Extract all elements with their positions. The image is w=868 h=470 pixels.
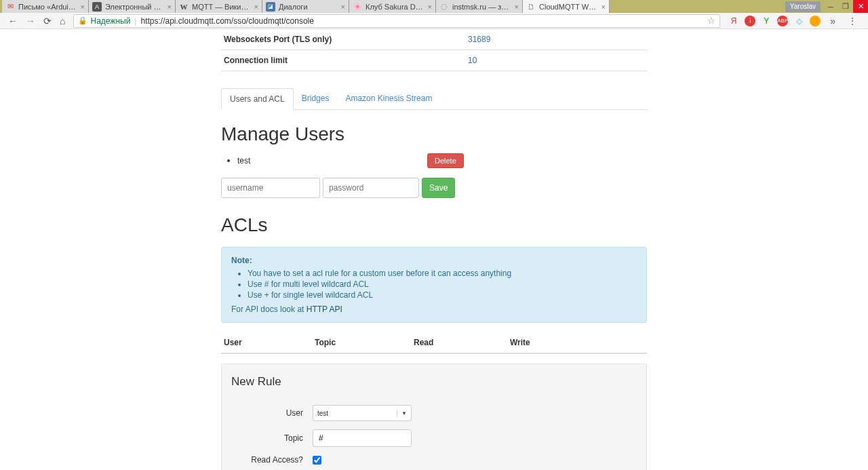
tab-close-icon[interactable]: × [254,3,258,11]
form-row-user: User test [231,405,637,421]
mail-icon: ✉ [5,2,15,12]
user-badge[interactable]: Yaroslav [785,1,821,12]
note-item: You have to set a acl rule for a custom … [248,268,637,279]
tab-close-icon[interactable]: × [428,3,432,11]
note-item: Use # for multi level wildcard ACL [248,279,637,290]
topic-input[interactable] [313,429,412,447]
page-icon: 🗋 [526,2,536,12]
new-rule-heading: New Rule [231,375,637,389]
form-row-topic: Topic [231,429,637,447]
col-write: Write [507,332,647,353]
instance-info-table: Websockets Port (TLS only) 31689 Connect… [221,29,647,71]
tab-title: instmsk.ru — загрузка с [452,3,512,11]
browser-titlebar: ✉ Письмо «Arduino.ru :: н × A Электронны… [0,0,868,13]
extension-icon[interactable]: Y [761,16,772,26]
close-button[interactable]: ✕ [853,0,868,13]
read-access-label: Read Access? [231,455,313,465]
form-row-read: Read Access? [231,455,637,465]
overflow-icon[interactable]: » [826,16,840,26]
reload-button[interactable]: ⟳ [39,16,56,26]
col-read: Read [411,332,507,353]
adblock-icon[interactable]: ABP [777,16,788,26]
address-bar: ← → ⟳ ⌂ 🔒 Надежный | https://api.cloudmq… [0,13,868,29]
user-name: test [237,156,427,165]
wiki-icon: W [179,2,189,12]
col-topic: Topic [312,332,411,353]
forward-button[interactable]: → [22,16,39,26]
tab-bridges[interactable]: Bridges [294,88,338,110]
note-label: Note: [231,256,252,265]
info-value: 10 [465,50,647,71]
yandex-icon[interactable]: Я [728,16,739,26]
tab-close-icon[interactable]: × [515,3,519,11]
loading-icon: ◌ [439,2,449,12]
url-text: https://api.cloudmqtt.com/sso/cloudmqtt/… [140,16,313,26]
maximize-button[interactable]: ❐ [838,0,853,13]
tab-kinesis[interactable]: Amazon Kinesis Stream [337,88,440,110]
acl-note-alert: Note: You have to set a acl rule for a c… [221,247,647,323]
tab-1[interactable]: ✉ Письмо «Arduino.ru :: н × [2,0,89,13]
menu-button[interactable]: ⋮ [845,16,860,26]
delete-button[interactable]: Delete [427,153,464,168]
secure-label: Надежный [90,16,130,26]
window-controls: Yaroslav ─ ❐ ✕ [785,0,868,13]
sakura-icon: 🌸 [353,2,362,12]
topic-label: Topic [231,433,313,443]
password-input[interactable] [323,178,419,198]
extension-icons: Я i Y ABP ◇ » ⋮ [724,16,864,26]
tab-close-icon[interactable]: × [167,3,172,11]
save-user-button[interactable]: Save [422,178,455,198]
http-api-link[interactable]: HTTP API [307,305,342,314]
back-button[interactable]: ← [4,16,22,26]
tab-users-acl[interactable]: Users and ACL [221,88,294,110]
tab-2[interactable]: A Электронный Блок Упр × [89,0,176,13]
home-button[interactable]: ⌂ [56,16,69,26]
tab-4[interactable]: ◪ Диалоги × [262,0,349,13]
extension-icon[interactable]: ◇ [793,16,804,26]
info-label: Connection limit [221,50,465,71]
lock-icon: 🔒 [78,16,87,25]
username-input[interactable] [221,178,320,198]
url-field[interactable]: 🔒 Надежный | https://api.cloudmqtt.com/s… [73,14,720,28]
col-user: User [221,332,312,353]
tab-6[interactable]: ◌ instmsk.ru — загрузка с × [436,0,523,13]
tab-7-active[interactable]: 🗋 CloudMQTT Websocket × [523,0,610,13]
user-label: User [231,408,313,418]
note-list: You have to set a acl rule for a custom … [231,268,637,300]
acls-heading: ACLs [221,214,647,236]
tab-title: CloudMQTT Websocket [539,3,599,11]
bookmark-icon[interactable]: ☆ [707,16,715,26]
page-viewport[interactable]: Websockets Port (TLS only) 31689 Connect… [0,29,868,470]
tab-title: Клуб Sakura D4 - Стран [366,3,425,11]
tab-close-icon[interactable]: × [601,3,606,11]
acl-table: User Topic Read Write [221,332,647,354]
tab-strip: ✉ Письмо «Arduino.ru :: н × A Электронны… [0,0,610,13]
extension-icon[interactable] [810,16,821,26]
tab-3[interactable]: W MQTT — Википедия × [176,0,262,13]
user-select[interactable]: test [313,405,412,421]
manage-users-heading: Manage Users [221,123,647,145]
add-user-form: Save [221,178,647,198]
table-row: Connection limit 10 [221,50,647,71]
new-rule-panel: New Rule User test Topic Read Access? Wr… [221,364,647,470]
tab-close-icon[interactable]: × [341,3,345,11]
minimize-button[interactable]: ─ [823,0,838,13]
api-text: For API docs look at [231,305,307,314]
user-row: test Delete [237,153,647,168]
tab-close-icon[interactable]: × [81,3,85,11]
site-icon: A [92,2,102,12]
tab-title: MQTT — Википедия [192,3,252,11]
tab-title: Письмо «Arduino.ru :: н [18,3,78,11]
tab-title: Электронный Блок Упр [105,3,165,11]
tab-title: Диалоги [279,3,338,11]
extension-icon[interactable]: i [745,16,755,26]
read-access-checkbox[interactable] [313,456,321,465]
info-label: Websockets Port (TLS only) [221,29,465,50]
user-list: test Delete [221,153,647,168]
note-item: Use + for single level wildcard ACL [248,290,637,300]
nav-tabs: Users and ACL Bridges Amazon Kinesis Str… [221,88,647,110]
info-value: 31689 [465,29,647,50]
table-row: Websockets Port (TLS only) 31689 [221,29,647,50]
tab-5[interactable]: 🌸 Клуб Sakura D4 - Стран × [349,0,436,13]
vk-icon: ◪ [266,2,275,12]
